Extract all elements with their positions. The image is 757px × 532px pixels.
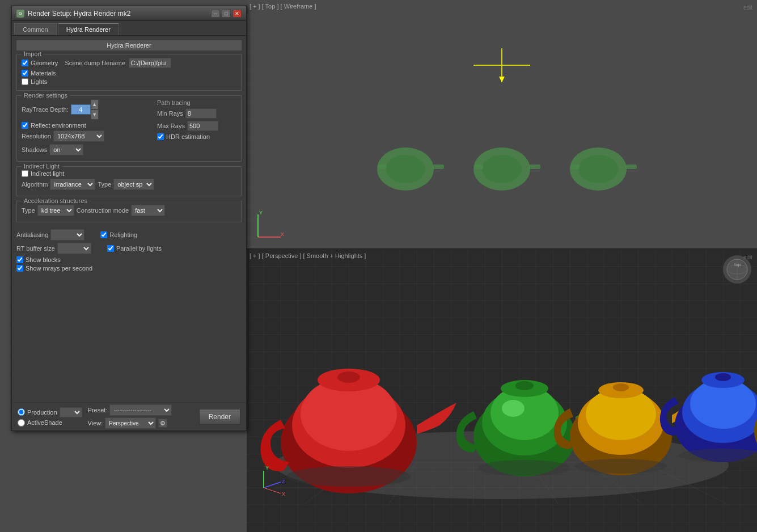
indirect-light-label: Indirect light [31,170,64,177]
viewport-bottom[interactable]: [ + ] [ Perspective ] [ Smooth + Highlig… [247,250,757,532]
close-button[interactable]: ✕ [232,10,242,18]
misc-section: Antialiasing none 2x 4x Relighting RT bu… [16,227,242,276]
materials-label: Materials [31,70,56,77]
restore-button[interactable]: □ [222,10,231,18]
reflect-env-label: Reflect environment [31,122,86,129]
nav-gizmo-icon: top [726,258,748,281]
parallel-by-lights-label: Parallel by lights [116,245,162,252]
svg-point-35 [286,466,411,487]
min-rays-row: Min Rays [157,108,236,119]
production-radio[interactable] [18,408,25,416]
scene-dump-input[interactable] [129,58,171,68]
relighting-label: Relighting [109,231,137,238]
shadows-select[interactable]: on off [49,144,83,155]
construction-mode-select[interactable]: fast balanced slow [131,205,165,216]
geometry-checkbox[interactable] [22,60,28,66]
construction-mode-label: Construction mode [77,207,129,214]
top-viewport-edit-label: edit [743,5,752,11]
svg-point-8 [482,155,522,183]
shadows-label: Shadows [22,146,47,153]
acceleration-group: Acceleration structures Type kd tree bvh… [16,201,242,222]
resolution-label: Resolution [22,133,51,140]
antialiasing-select[interactable]: none 2x 4x [50,229,84,240]
perspective-scene-svg: Z X Y [247,250,757,510]
tab-hydra-renderer[interactable]: Hydra Renderer [58,23,119,35]
render-setup-dialog: G Render Setup: Hydra Render mk2 ─ □ ✕ C… [11,6,247,431]
title-left: G Render Setup: Hydra Render mk2 [16,10,130,18]
indirect-type-select[interactable]: object sp world sp [113,179,154,190]
raytrace-depth-row: RayTrace Depth: ▲ ▼ [22,99,154,120]
antialiasing-row: Antialiasing none 2x 4x Relighting [16,229,242,240]
activeshade-radio[interactable] [18,419,25,427]
show-mrays-checkbox[interactable] [16,265,23,272]
min-rays-input[interactable] [185,108,217,119]
view-select[interactable]: Perspective Front Top [105,417,156,429]
svg-rect-10 [475,164,483,169]
render-settings-grid: RayTrace Depth: ▲ ▼ Reflect environment [22,99,236,158]
min-rays-label: Min Rays [157,110,183,117]
lights-checkbox[interactable] [22,78,28,85]
section-header: Hydra Renderer [16,40,242,50]
svg-point-4 [386,155,425,183]
raytrace-down-btn[interactable]: ▼ [91,109,99,120]
svg-rect-5 [433,164,444,169]
raytrace-up-btn[interactable]: ▲ [91,99,99,109]
indirect-light-group: Indirect Light Indirect light Algorithm … [16,166,242,196]
show-blocks-row: Show blocks [16,256,242,263]
max-rays-input[interactable] [187,121,218,131]
show-blocks-checkbox[interactable] [16,256,23,263]
raytrace-depth-input[interactable] [71,104,91,115]
reflect-env-checkbox[interactable] [22,122,28,129]
render-settings-group: Render settings RayTrace Depth: ▲ ▼ [16,95,242,162]
hdr-estimation-checkbox[interactable] [157,133,164,140]
render-button[interactable]: Render [199,409,240,425]
path-tracing-section: Path tracing Min Rays Max Rays HDR estim… [157,99,236,158]
tab-common[interactable]: Common [14,23,57,35]
svg-text:Y: Y [259,210,263,216]
render-mode-group: Production ActiveShade [18,407,82,427]
shadows-row: Shadows on off [22,144,154,155]
viewport-area: [ + ] [ Top ] [ Wireframe ] edit [247,0,757,532]
raytrace-depth-spinner: ▲ ▼ [71,99,99,120]
resolution-select[interactable]: 1024x768 640x480 1920x1080 [53,130,104,142]
preset-row: Preset: -------------------- [88,404,193,416]
materials-checkbox[interactable] [22,70,28,77]
svg-text:Z: Z [282,479,285,484]
hdr-estimation-row: HDR estimation [157,133,236,140]
view-row: View: Perspective Front Top ⚙ [88,417,193,429]
relighting-checkbox[interactable] [100,231,107,238]
geometry-label: Geometry [31,60,58,66]
svg-text:top: top [734,262,741,267]
production-select[interactable] [60,407,82,417]
view-options-button[interactable]: ⚙ [158,419,167,428]
rt-buffer-select[interactable]: 64 128 [57,243,91,254]
preset-select[interactable]: -------------------- [109,404,172,416]
viewport-top[interactable]: [ + ] [ Top ] [ Wireframe ] edit [247,0,757,250]
dialog-titlebar: G Render Setup: Hydra Render mk2 ─ □ ✕ [12,6,246,21]
svg-line-62 [264,488,281,493]
import-group: Import Geometry Scene dump filename Mate… [16,54,242,91]
dialog-app-icon: G [16,10,24,18]
viewport-top-label: [ + ] [ Top ] [ Wireframe ] [249,3,316,10]
svg-rect-14 [571,164,580,169]
reflect-env-row: Reflect environment [22,122,154,129]
max-rays-label: Max Rays [157,123,185,129]
activeshade-radio-row: ActiveShade [18,419,82,427]
svg-line-61 [264,482,281,488]
minimize-button[interactable]: ─ [211,10,220,18]
accel-type-select[interactable]: kd tree bvh none [37,205,74,216]
dialog-footer: Production ActiveShade Preset: ---------… [12,402,246,430]
top-viewport-axes: X Y [252,209,286,243]
algorithm-select[interactable]: irradiance path tracing [50,179,95,190]
antialiasing-label: Antialiasing [16,231,48,238]
lights-label: Lights [31,78,47,85]
svg-point-42 [478,460,571,476]
nav-gizmo[interactable]: top [723,255,751,284]
svg-point-39 [502,400,525,417]
indirect-light-checkbox[interactable] [22,170,28,177]
algorithm-label: Algorithm [22,181,48,188]
show-mrays-row: Show mrays per second [16,265,242,272]
svg-rect-13 [625,164,637,169]
parallel-by-lights-checkbox[interactable] [107,245,114,252]
rt-buffer-label: RT buffer size [16,245,55,252]
